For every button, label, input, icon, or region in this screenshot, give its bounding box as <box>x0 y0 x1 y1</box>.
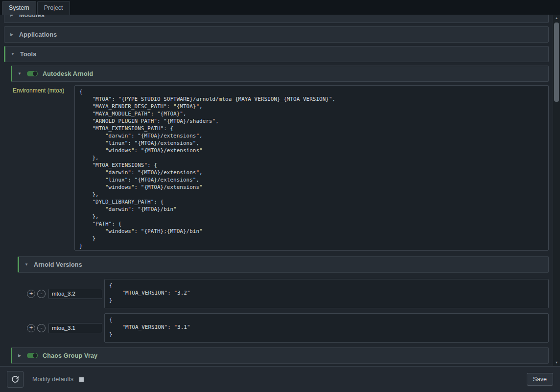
group-vray-label: Chaos Group Vray <box>43 352 97 359</box>
tools-group-body: ▼ Autodesk Arnold Environment (mtoa) { "… <box>11 66 549 364</box>
environment-textarea[interactable]: { "MTOA": "{PYPE_STUDIO_SOFTWARE}/arnold… <box>74 85 549 251</box>
chevron-down-icon: ▼ <box>10 52 15 56</box>
group-arnold-header[interactable]: ▼ Autodesk Arnold <box>11 66 549 82</box>
version-value-textarea[interactable]: { "MTOA_VERSION": "3.2" } <box>104 279 549 308</box>
modify-defaults-label: Modify defaults <box>32 376 73 383</box>
group-arnold-versions-header[interactable]: ▼ Arnold Versions <box>18 256 549 273</box>
settings-scroll-area: ▶ Modules ▶ Applications ▼ Tools <box>0 15 553 366</box>
modify-defaults-checkbox[interactable] <box>79 377 84 382</box>
tab-bar: System Project <box>0 0 560 15</box>
add-item-button[interactable]: + <box>27 290 35 298</box>
version-row: + - { "MTOA_VERSION": "3.1" } <box>27 313 549 343</box>
section-modules-header[interactable]: ▶ Modules <box>4 15 549 23</box>
group-arnold-label: Autodesk Arnold <box>43 70 93 77</box>
version-value-textarea[interactable]: { "MTOA_VERSION": "3.1" } <box>104 313 549 343</box>
chevron-right-icon: ▶ <box>17 353 22 358</box>
scrollbar-track[interactable] <box>553 22 560 359</box>
environment-label: Environment (mtoa) <box>13 85 74 94</box>
tab-project[interactable]: Project <box>37 1 70 15</box>
environment-row: Environment (mtoa) { "MTOA": "{PYPE_STUD… <box>11 85 549 251</box>
remove-item-button[interactable]: - <box>37 324 46 332</box>
chevron-down-icon: ▼ <box>24 262 29 267</box>
chevron-right-icon: ▶ <box>9 32 14 37</box>
scrollbar-thumb[interactable] <box>554 23 559 102</box>
section-tools-header[interactable]: ▼ Tools <box>4 46 549 62</box>
section-applications-label: Applications <box>19 31 57 38</box>
group-vray-header[interactable]: ▶ Chaos Group Vray <box>11 347 549 364</box>
section-tools-label: Tools <box>20 51 36 58</box>
section-modules-label: Modules <box>19 15 45 19</box>
main-area: ▶ Modules ▶ Applications ▼ Tools <box>0 15 560 366</box>
version-key-input[interactable] <box>48 323 102 333</box>
group-arnold-versions-label: Arnold Versions <box>34 261 82 268</box>
arnold-enabled-toggle[interactable] <box>27 71 38 76</box>
settings-window: System Project ▶ Modules ▶ Applications … <box>0 0 560 392</box>
add-item-button[interactable]: + <box>27 324 35 332</box>
remove-item-button[interactable]: - <box>37 290 46 298</box>
refresh-button[interactable] <box>7 371 23 388</box>
scrollbar[interactable]: ▲ ▼ <box>553 15 560 366</box>
arnold-versions-list: + - { "MTOA_VERSION": "3.2" } + - { "MTO… <box>11 276 549 343</box>
chevron-right-icon: ▶ <box>9 15 14 17</box>
section-applications-header[interactable]: ▶ Applications <box>4 26 549 43</box>
arnold-versions-group: ▼ Arnold Versions <box>18 256 549 273</box>
save-button[interactable]: Save <box>527 373 554 386</box>
footer-bar: Modify defaults Save <box>0 366 560 392</box>
scrollbar-up-button[interactable]: ▲ <box>553 15 560 22</box>
version-key-input[interactable] <box>48 289 102 299</box>
scrollbar-down-button[interactable]: ▼ <box>553 359 560 366</box>
tab-system[interactable]: System <box>2 1 36 15</box>
chevron-down-icon: ▼ <box>17 71 22 76</box>
vray-enabled-toggle[interactable] <box>27 353 38 358</box>
version-row: + - { "MTOA_VERSION": "3.2" } <box>27 279 549 308</box>
refresh-icon <box>11 375 20 384</box>
